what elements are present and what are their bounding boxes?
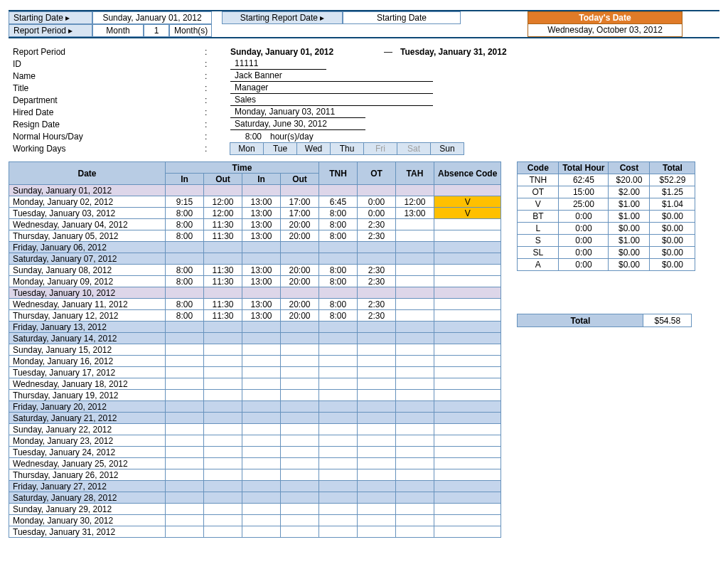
absence-cell[interactable] — [434, 413, 501, 424]
time-out-2[interactable] — [281, 458, 319, 469]
time-out-2[interactable] — [281, 515, 319, 526]
time-out-1[interactable] — [204, 333, 242, 344]
date-cell[interactable]: Tuesday, January 17, 2012 — [9, 367, 166, 378]
time-out-1[interactable] — [204, 435, 242, 447]
info-dept-value[interactable]: Sales — [230, 95, 433, 106]
time-out-2[interactable]: 20:00 — [281, 219, 319, 230]
time-out-2[interactable] — [281, 390, 319, 401]
absence-cell[interactable] — [434, 310, 501, 322]
time-out-1[interactable] — [204, 401, 242, 413]
time-in-2[interactable]: 13:00 — [242, 219, 281, 230]
date-cell[interactable]: Friday, January 06, 2012 — [9, 242, 166, 253]
absence-cell[interactable] — [434, 265, 501, 276]
time-out-1[interactable] — [204, 242, 242, 253]
time-out-1[interactable] — [204, 185, 242, 196]
time-out-2[interactable] — [281, 333, 319, 344]
time-in-1[interactable] — [166, 469, 204, 481]
time-in-2[interactable] — [242, 378, 281, 390]
time-out-1[interactable] — [204, 481, 242, 492]
date-cell[interactable]: Thursday, January 12, 2012 — [9, 310, 166, 322]
time-in-1[interactable]: 8:00 — [166, 265, 204, 276]
time-in-1[interactable] — [166, 390, 204, 401]
time-out-2[interactable] — [281, 344, 319, 356]
time-in-2[interactable] — [242, 413, 281, 424]
time-in-2[interactable] — [242, 515, 281, 526]
absence-cell[interactable] — [434, 515, 501, 526]
time-out-2[interactable] — [281, 378, 319, 390]
time-in-1[interactable] — [166, 367, 204, 378]
time-in-2[interactable] — [242, 253, 281, 265]
date-cell[interactable]: Sunday, January 22, 2012 — [9, 424, 166, 435]
time-in-2[interactable]: 13:00 — [242, 276, 281, 287]
time-in-1[interactable] — [166, 287, 204, 299]
time-out-2[interactable] — [281, 447, 319, 458]
absence-cell[interactable] — [434, 504, 501, 515]
time-out-2[interactable] — [281, 481, 319, 492]
time-in-2[interactable]: 13:00 — [242, 265, 281, 276]
time-in-1[interactable]: 8:00 — [166, 230, 204, 242]
time-out-1[interactable]: 11:30 — [204, 276, 242, 287]
date-cell[interactable]: Sunday, January 15, 2012 — [9, 344, 166, 356]
absence-cell[interactable] — [434, 447, 501, 458]
absence-cell[interactable] — [434, 356, 501, 367]
absence-cell[interactable] — [434, 390, 501, 401]
date-cell[interactable]: Tuesday, January 24, 2012 — [9, 447, 166, 458]
report-period-num[interactable]: 1 — [144, 24, 169, 37]
time-out-2[interactable] — [281, 242, 319, 253]
time-in-1[interactable]: 9:15 — [166, 196, 204, 208]
time-out-1[interactable] — [204, 378, 242, 390]
absence-cell[interactable] — [434, 526, 501, 538]
date-cell[interactable]: Tuesday, January 10, 2012 — [9, 287, 166, 299]
time-out-2[interactable] — [281, 435, 319, 447]
time-out-1[interactable] — [204, 322, 242, 333]
absence-cell[interactable] — [434, 333, 501, 344]
absence-cell[interactable] — [434, 230, 501, 242]
time-in-1[interactable] — [166, 333, 204, 344]
date-cell[interactable]: Saturday, January 28, 2012 — [9, 492, 166, 504]
date-cell[interactable]: Tuesday, January 03, 2012 — [9, 208, 166, 219]
time-out-2[interactable] — [281, 424, 319, 435]
time-in-1[interactable] — [166, 492, 204, 504]
working-day-cell[interactable]: Thu — [330, 142, 364, 155]
info-hired-value[interactable]: Monday, January 03, 2011 — [230, 107, 365, 118]
time-in-2[interactable] — [242, 526, 281, 538]
time-in-2[interactable] — [242, 481, 281, 492]
time-in-2[interactable]: 13:00 — [242, 310, 281, 322]
date-cell[interactable]: Saturday, January 14, 2012 — [9, 333, 166, 344]
time-in-2[interactable]: 13:00 — [242, 196, 281, 208]
time-in-2[interactable]: 13:00 — [242, 299, 281, 310]
time-out-1[interactable] — [204, 390, 242, 401]
time-in-1[interactable] — [166, 447, 204, 458]
time-in-2[interactable] — [242, 492, 281, 504]
time-out-2[interactable] — [281, 356, 319, 367]
time-in-1[interactable] — [166, 526, 204, 538]
time-out-1[interactable]: 12:00 — [204, 208, 242, 219]
time-in-1[interactable] — [166, 322, 204, 333]
date-cell[interactable]: Friday, January 27, 2012 — [9, 481, 166, 492]
report-period-type[interactable]: Month — [92, 24, 144, 37]
time-in-1[interactable] — [166, 435, 204, 447]
time-in-2[interactable] — [242, 435, 281, 447]
time-in-2[interactable] — [242, 401, 281, 413]
time-in-2[interactable] — [242, 185, 281, 196]
absence-cell[interactable] — [434, 435, 501, 447]
working-day-cell[interactable]: Fri — [363, 142, 397, 155]
time-out-2[interactable] — [281, 504, 319, 515]
time-out-1[interactable]: 11:30 — [204, 230, 242, 242]
date-cell[interactable]: Friday, January 13, 2012 — [9, 322, 166, 333]
date-cell[interactable]: Monday, January 02, 2012 — [9, 196, 166, 208]
date-cell[interactable]: Sunday, January 29, 2012 — [9, 504, 166, 515]
absence-cell[interactable] — [434, 424, 501, 435]
working-day-cell[interactable]: Tue — [263, 142, 297, 155]
absence-cell[interactable] — [434, 322, 501, 333]
time-out-1[interactable] — [204, 492, 242, 504]
time-out-1[interactable] — [204, 344, 242, 356]
absence-cell[interactable] — [434, 242, 501, 253]
time-in-1[interactable] — [166, 424, 204, 435]
date-cell[interactable]: Sunday, January 08, 2012 — [9, 265, 166, 276]
time-in-2[interactable] — [242, 333, 281, 344]
time-in-2[interactable] — [242, 322, 281, 333]
time-out-2[interactable]: 20:00 — [281, 276, 319, 287]
time-out-2[interactable] — [281, 322, 319, 333]
time-in-2[interactable] — [242, 424, 281, 435]
